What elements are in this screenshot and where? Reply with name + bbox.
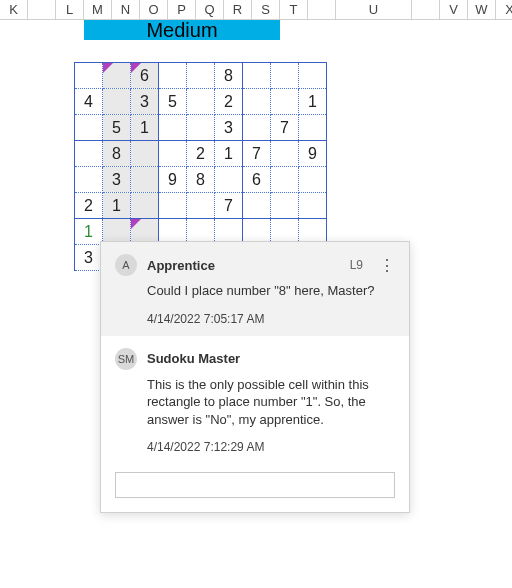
- comment-mark-icon[interactable]: [131, 63, 141, 73]
- comments-panel: AApprenticeL9⋮Could I place number "8" h…: [100, 241, 410, 513]
- sudoku-cell-r2-c6[interactable]: [243, 115, 271, 141]
- sudoku-cell-r5-c2[interactable]: [131, 193, 159, 219]
- sudoku-cell-r1-c2[interactable]: 3: [131, 89, 159, 115]
- reply-input[interactable]: [115, 472, 395, 498]
- comment-cell-ref: L9: [350, 258, 363, 272]
- sudoku-cell-r3-c7[interactable]: [271, 141, 299, 167]
- sudoku-cell-r1-c4[interactable]: [187, 89, 215, 115]
- sudoku-cell-r0-c0[interactable]: [75, 63, 103, 89]
- sudoku-cell-r1-c8[interactable]: 1: [299, 89, 327, 115]
- sudoku-cell-r1-c6[interactable]: [243, 89, 271, 115]
- sudoku-cell-r0-c2[interactable]: 6: [131, 63, 159, 89]
- comment-thread-item[interactable]: AApprenticeL9⋮Could I place number "8" h…: [101, 242, 409, 336]
- sudoku-cell-r0-c4[interactable]: [187, 63, 215, 89]
- reply-box: [101, 464, 409, 512]
- difficulty-banner: Medium: [84, 20, 280, 40]
- sudoku-cell-r4-c1[interactable]: 3: [103, 167, 131, 193]
- sudoku-cell-r5-c0[interactable]: 2: [75, 193, 103, 219]
- sudoku-cell-r0-c6[interactable]: [243, 63, 271, 89]
- sudoku-cell-r1-c0[interactable]: 4: [75, 89, 103, 115]
- sudoku-cell-r3-c5[interactable]: 1: [215, 141, 243, 167]
- sudoku-cell-r2-c2[interactable]: 1: [131, 115, 159, 141]
- sudoku-cell-r3-c1[interactable]: 8: [103, 141, 131, 167]
- col-header-U[interactable]: U: [336, 0, 412, 19]
- sudoku-cell-r2-c5[interactable]: 3: [215, 115, 243, 141]
- col-header-P[interactable]: P: [168, 0, 196, 19]
- col-header-X[interactable]: X: [496, 0, 512, 19]
- comment-mark-icon[interactable]: [103, 63, 113, 73]
- col-header-S[interactable]: S: [252, 0, 280, 19]
- comment-mark-icon[interactable]: [131, 219, 141, 229]
- more-icon[interactable]: ⋮: [379, 256, 395, 275]
- col-header-1[interactable]: [28, 0, 56, 19]
- col-header-13[interactable]: [412, 0, 440, 19]
- sudoku-cell-r2-c3[interactable]: [159, 115, 187, 141]
- sudoku-cell-r7-c0[interactable]: 3: [75, 245, 103, 271]
- sudoku-cell-r4-c8[interactable]: [299, 167, 327, 193]
- avatar: SM: [115, 348, 137, 370]
- comment-thread-item[interactable]: SMSudoku MasterThis is the only possible…: [101, 336, 409, 465]
- sudoku-cell-r4-c3[interactable]: 9: [159, 167, 187, 193]
- sudoku-cell-r5-c8[interactable]: [299, 193, 327, 219]
- sudoku-cell-r5-c4[interactable]: [187, 193, 215, 219]
- sudoku-cell-r5-c5[interactable]: 7: [215, 193, 243, 219]
- sudoku-cell-r1-c1[interactable]: [103, 89, 131, 115]
- sudoku-cell-r4-c6[interactable]: 6: [243, 167, 271, 193]
- sudoku-cell-r2-c8[interactable]: [299, 115, 327, 141]
- sudoku-cell-r5-c6[interactable]: [243, 193, 271, 219]
- sudoku-cell-r0-c5[interactable]: 8: [215, 63, 243, 89]
- sudoku-cell-r4-c2[interactable]: [131, 167, 159, 193]
- sudoku-cell-r2-c7[interactable]: 7: [271, 115, 299, 141]
- row-3: Medium: [0, 20, 512, 40]
- sudoku-cell-r1-c5[interactable]: 2: [215, 89, 243, 115]
- sudoku-cell-r4-c5[interactable]: [215, 167, 243, 193]
- col-header-K[interactable]: K: [0, 0, 28, 19]
- sudoku-cell-r3-c3[interactable]: [159, 141, 187, 167]
- sudoku-cell-r1-c3[interactable]: 5: [159, 89, 187, 115]
- col-header-W[interactable]: W: [468, 0, 496, 19]
- sudoku-cell-r5-c3[interactable]: [159, 193, 187, 219]
- sudoku-cell-r2-c0[interactable]: [75, 115, 103, 141]
- sudoku-cell-r6-c0[interactable]: 1: [75, 219, 103, 245]
- comment-author: Sudoku Master: [147, 351, 395, 366]
- avatar: A: [115, 254, 137, 276]
- col-header-R[interactable]: R: [224, 0, 252, 19]
- comment-body: Could I place number "8" here, Master?: [115, 282, 395, 300]
- sudoku-cell-r5-c7[interactable]: [271, 193, 299, 219]
- sudoku-cell-r0-c8[interactable]: [299, 63, 327, 89]
- sudoku-cell-r0-c3[interactable]: [159, 63, 187, 89]
- column-header-row: KLMNOPQRSTUVWX: [0, 0, 512, 20]
- comment-body: This is the only possible cell within th…: [115, 376, 395, 429]
- comment-timestamp: 4/14/2022 7:12:29 AM: [115, 440, 395, 454]
- col-header-O[interactable]: O: [140, 0, 168, 19]
- sudoku-cell-r4-c7[interactable]: [271, 167, 299, 193]
- sudoku-cell-r5-c1[interactable]: 1: [103, 193, 131, 219]
- col-header-L[interactable]: L: [56, 0, 84, 19]
- sudoku-grid: 6843521513782179398621713: [74, 62, 327, 271]
- sudoku-cell-r3-c2[interactable]: [131, 141, 159, 167]
- sudoku-cell-r3-c6[interactable]: 7: [243, 141, 271, 167]
- col-header-T[interactable]: T: [280, 0, 308, 19]
- col-header-Q[interactable]: Q: [196, 0, 224, 19]
- col-header-V[interactable]: V: [440, 0, 468, 19]
- sudoku-cell-r4-c0[interactable]: [75, 167, 103, 193]
- sudoku-cell-r0-c7[interactable]: [271, 63, 299, 89]
- sudoku-cell-r3-c0[interactable]: [75, 141, 103, 167]
- sudoku-cell-r0-c1[interactable]: [103, 63, 131, 89]
- sudoku-cell-r3-c8[interactable]: 9: [299, 141, 327, 167]
- sudoku-cell-r1-c7[interactable]: [271, 89, 299, 115]
- sudoku-cell-r2-c1[interactable]: 5: [103, 115, 131, 141]
- sudoku-cell-r4-c4[interactable]: 8: [187, 167, 215, 193]
- col-header-N[interactable]: N: [112, 0, 140, 19]
- comment-author: Apprentice: [147, 258, 340, 273]
- col-header-M[interactable]: M: [84, 0, 112, 19]
- sudoku-cell-r3-c4[interactable]: 2: [187, 141, 215, 167]
- col-header-11[interactable]: [308, 0, 336, 19]
- sudoku-cell-r2-c4[interactable]: [187, 115, 215, 141]
- comment-timestamp: 4/14/2022 7:05:17 AM: [115, 312, 395, 326]
